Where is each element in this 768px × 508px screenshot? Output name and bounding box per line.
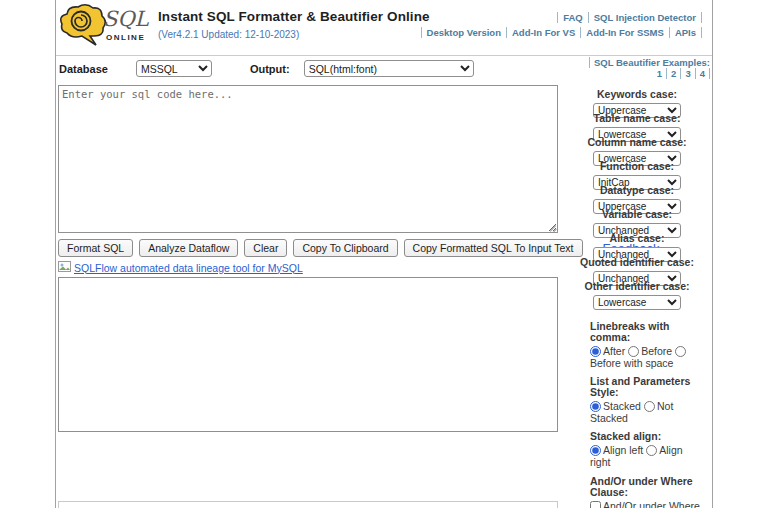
- variable-case-group: Variable case: Unchanged: [562, 209, 712, 233]
- function-case-label: Function case:: [562, 161, 712, 172]
- link-faq[interactable]: FAQ: [557, 12, 588, 23]
- header-divider: [56, 55, 712, 56]
- datatype-case-group: Datatype case: Uppercase: [562, 185, 712, 209]
- database-select[interactable]: MSSQL: [136, 60, 212, 77]
- header-links-row1: FAQSQL Injection Detector: [421, 10, 702, 25]
- alias-case-label: Alias case:: [562, 233, 712, 244]
- stacked-align-label: Stacked align:: [590, 431, 706, 442]
- link-addin-vs[interactable]: Add-In For VS: [506, 27, 580, 38]
- datatype-case-label: Datatype case:: [562, 185, 712, 196]
- header-links-row2: Desktop VersionAdd-In For VSAdd-In For S…: [421, 25, 702, 40]
- keywords-case-group: Keywords case: Uppercase: [562, 89, 712, 113]
- andor-under-where-group: And/Or under Where Clause: And/Or under …: [562, 476, 712, 508]
- radio-before[interactable]: Before: [628, 345, 672, 357]
- sql-code-input[interactable]: [58, 85, 558, 233]
- formatted-output-area: [58, 277, 558, 432]
- example-link-3[interactable]: 3: [680, 68, 694, 79]
- radio-stacked[interactable]: Stacked: [590, 400, 641, 412]
- stacked-align-group: Stacked align: Align leftAlign right: [562, 431, 712, 468]
- bottom-cutoff-panel: [58, 501, 558, 508]
- copy-formatted-sql-button[interactable]: Copy Formatted SQL To Input Text: [404, 239, 583, 257]
- sql-beautifier-examples: SQL Beautifier Examples: 1234: [562, 57, 712, 79]
- example-link-4[interactable]: 4: [695, 68, 710, 79]
- clear-button[interactable]: Clear: [244, 239, 287, 257]
- example-link-2[interactable]: 2: [666, 68, 680, 79]
- table-name-case-group: Table name case: Lowercase: [562, 113, 712, 137]
- other-identifier-case-label: Other identifier case:: [562, 281, 712, 292]
- list-parameters-style-group: List and Parameters Style: StackedNot St…: [562, 376, 712, 424]
- column-name-case-group: Column name case: Lowercase: [562, 137, 712, 161]
- other-identifier-case-group: Other identifier case: Lowercase: [562, 281, 712, 305]
- variable-case-label: Variable case:: [562, 209, 712, 220]
- link-apis[interactable]: APIs: [669, 27, 702, 38]
- output-label: Output:: [250, 63, 290, 75]
- database-label: Database: [59, 63, 108, 75]
- table-name-case-label: Table name case:: [562, 113, 712, 124]
- quoted-identifier-case-group: Quoted identifier case: Unchanged: [562, 257, 712, 281]
- broken-image-icon: [58, 261, 71, 274]
- sqlflow-link[interactable]: SQLFlow automated data lineage tool for …: [74, 262, 303, 274]
- sqlflow-row: SQLFlow automated data lineage tool for …: [58, 261, 303, 274]
- checkbox-andor-under-where[interactable]: And/Or under Where: [590, 500, 700, 508]
- page-title: Instant SQL Formatter & Beautifier Onlin…: [158, 9, 430, 24]
- keywords-case-label: Keywords case:: [562, 89, 712, 100]
- link-desktop-version[interactable]: Desktop Version: [421, 27, 506, 38]
- copy-to-clipboard-button[interactable]: Copy To Clipboard: [293, 239, 397, 257]
- linebreaks-with-comma-label: Linebreaks with comma:: [590, 321, 706, 343]
- function-case-group: Function case: InitCap: [562, 161, 712, 185]
- version-text: (Ver4.2.1 Updated: 12-10-2023): [158, 29, 430, 40]
- other-identifier-case-select[interactable]: Lowercase: [593, 295, 681, 310]
- svg-text:SQL: SQL: [103, 7, 150, 31]
- andor-under-where-label: And/Or under Where Clause:: [590, 476, 706, 498]
- list-parameters-style-label: List and Parameters Style:: [590, 376, 706, 398]
- link-sql-injection-detector[interactable]: SQL Injection Detector: [588, 12, 702, 23]
- analyze-dataflow-button[interactable]: Analyze Dataflow: [139, 239, 238, 257]
- column-name-case-label: Column name case:: [562, 137, 712, 148]
- link-addin-ssms[interactable]: Add-In For SSMS: [580, 27, 669, 38]
- sql-online-logo-icon[interactable]: SQL ONLINE: [59, 3, 151, 49]
- page-container: SQL ONLINE Instant SQL Formatter & Beaut…: [55, 0, 713, 508]
- quoted-identifier-case-label: Quoted identifier case:: [562, 257, 712, 268]
- linebreaks-with-comma-group: Linebreaks with comma: AfterBeforeBefore…: [562, 321, 712, 369]
- format-controls: Database MSSQL Output: SQL(html:font): [59, 60, 474, 77]
- options-sidebar: SQL Beautifier Examples: 1234 Keywords c…: [562, 57, 712, 508]
- alias-case-group: Alias case: Unchanged: [562, 233, 712, 257]
- radio-after[interactable]: After: [590, 345, 625, 357]
- header-links: FAQSQL Injection Detector Desktop Versio…: [421, 10, 702, 40]
- svg-text:ONLINE: ONLINE: [106, 33, 145, 42]
- format-sql-button[interactable]: Format SQL: [58, 239, 133, 257]
- radio-align-left[interactable]: Align left: [590, 444, 643, 456]
- output-select[interactable]: SQL(html:font): [304, 60, 474, 77]
